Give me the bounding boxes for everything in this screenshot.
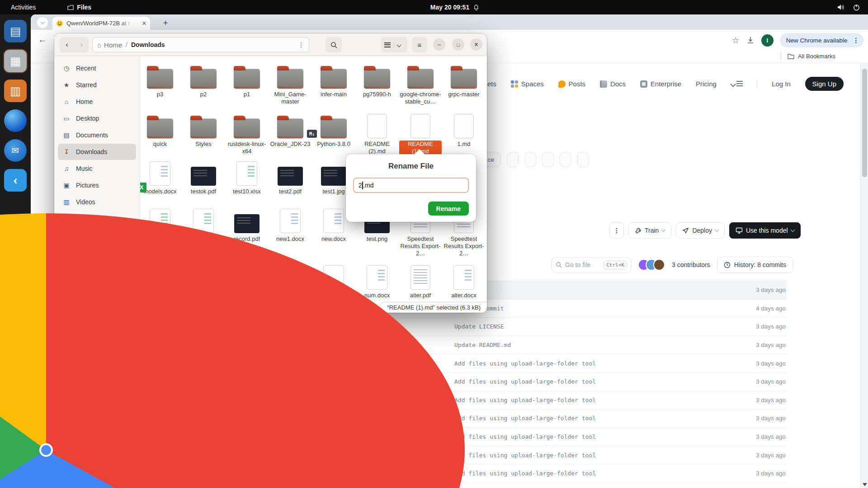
sidebar-item[interactable]: ▤ Documents — [58, 127, 136, 143]
file-grid-item[interactable]: testok.pdf — [182, 160, 225, 195]
new-chrome-available-button[interactable]: New Chrome available — [780, 33, 863, 47]
train-button[interactable]: Train — [628, 222, 671, 239]
sidebar-item[interactable]: ⌂ Home — [58, 94, 136, 110]
dock-icon[interactable]: ▤ — [4, 20, 27, 42]
path-menu-icon[interactable] — [298, 41, 304, 48]
rename-input[interactable]: 2.md — [353, 178, 469, 193]
search-button[interactable] — [326, 37, 342, 52]
login-link[interactable]: Log In — [772, 80, 791, 88]
download-icon[interactable] — [746, 36, 755, 45]
dock-icon[interactable]: ✉ — [4, 139, 27, 162]
file-grid-item[interactable]: test2.pdf — [269, 160, 312, 195]
tab-search-button[interactable] — [37, 17, 48, 28]
file-grid-item[interactable]: grpc-master — [442, 63, 486, 105]
file-grid-item[interactable]: W alter.docx — [442, 264, 486, 306]
file-grid-item[interactable]: Styles — [182, 113, 225, 155]
file-grid-item[interactable]: M↓ 1.md — [442, 113, 486, 155]
hf-nav-item[interactable]: Enterprise — [640, 80, 681, 88]
tag-pill[interactable] — [560, 152, 571, 167]
file-grid-item[interactable]: M↓ README (1).md — [399, 113, 442, 155]
scrollbar-thumb[interactable] — [862, 69, 867, 177]
activities-button[interactable]: Activities — [11, 4, 36, 11]
speaker-icon[interactable] — [837, 4, 845, 10]
file-grid-item[interactable]: p3 — [140, 63, 182, 105]
sidebar-item[interactable]: ★ Starred — [58, 77, 136, 93]
commit-message[interactable]: Update LICENSE — [454, 323, 708, 330]
file-grid-item[interactable]: M↓ README (2).md — [355, 113, 399, 155]
clock[interactable]: May 20 09:51 — [430, 4, 479, 11]
sidebar-item[interactable]: ▭ Desktop — [58, 110, 136, 127]
window-maximize-button[interactable] — [452, 38, 464, 51]
hf-nav-item[interactable]: Posts — [558, 80, 586, 88]
all-bookmarks-button[interactable]: All Bookmarks — [781, 52, 835, 60]
sidebar-item[interactable]: ◷ Recent — [58, 60, 136, 76]
file-grid-item[interactable]: rustdesk-linux-x64 — [225, 113, 269, 155]
file-grid-item[interactable]: quick — [140, 113, 182, 155]
tag-pill[interactable] — [577, 152, 589, 167]
file-grid-item[interactable]: Mini_Game-master — [269, 63, 312, 105]
tag-pill[interactable] — [542, 152, 554, 167]
file-grid-item[interactable]: p2 — [182, 63, 225, 105]
hf-nav-item[interactable]: Pricing — [696, 80, 717, 88]
file-grid-item[interactable]: W new1.docx — [269, 208, 312, 257]
current-folder-breadcrumb[interactable]: Downloads — [131, 41, 165, 48]
file-grid-item[interactable]: Python-3.8.0 — [312, 113, 355, 155]
signup-button[interactable]: Sign Up — [805, 77, 844, 91]
history-button[interactable]: History: 8 commits — [717, 257, 793, 273]
dock-icon[interactable] — [4, 109, 27, 132]
window-close-button[interactable] — [470, 38, 482, 51]
file-grid-item[interactable]: google-chrome-stable_cu… — [399, 63, 442, 105]
chevron-down-icon[interactable] — [397, 42, 401, 47]
rename-button[interactable]: Rename — [428, 202, 469, 216]
sidebar-item[interactable]: ▥ Videos — [58, 194, 136, 210]
file-grid-item[interactable]: X test10.xlsx — [225, 160, 269, 195]
nav-more-icon[interactable] — [731, 80, 743, 88]
window-minimize-button[interactable] — [433, 38, 445, 51]
scrollbar[interactable] — [860, 63, 868, 488]
sidebar-item[interactable]: ▣ Pictures — [58, 177, 136, 193]
hf-nav-item[interactable]: Docs — [600, 80, 626, 88]
sidebar-item[interactable]: ↧ Downloads — [58, 144, 136, 160]
commit-message[interactable]: Update README.md — [454, 342, 708, 348]
contributors-count[interactable]: 3 contributors — [672, 261, 710, 268]
list-view-icon[interactable] — [381, 42, 394, 47]
sidebar-item[interactable]: ♫ Music — [58, 160, 136, 177]
nav-forward-button[interactable] — [74, 37, 89, 52]
dock-icon[interactable]: ▦ — [4, 50, 27, 72]
profile-avatar[interactable]: I — [761, 34, 774, 47]
hf-nav-item[interactable]: Spaces — [511, 80, 544, 88]
power-icon[interactable] — [853, 4, 860, 11]
commit-message[interactable]: Add files using upload-large-folder tool — [454, 360, 708, 367]
back-icon[interactable] — [38, 34, 47, 45]
file-grid-item[interactable]: alter.pdf — [399, 264, 442, 306]
commit-message[interactable]: Add files using upload-large-folder tool — [454, 378, 708, 385]
tag-pill[interactable] — [507, 152, 519, 167]
commit-message[interactable]: Add files using upload-large-folder tool — [454, 397, 708, 404]
go-to-file-input[interactable]: Go to file Ctrl+K — [552, 257, 631, 272]
commit-message[interactable]: initial commit — [454, 305, 708, 312]
path-bar[interactable]: Home / Downloads — [92, 37, 309, 52]
contributor-avatars[interactable] — [638, 259, 665, 271]
file-grid-item[interactable]: infer-main — [312, 63, 355, 105]
nav-back-button[interactable] — [60, 37, 74, 52]
dock-icon[interactable]: ‹ — [4, 169, 27, 192]
view-toggle-button[interactable] — [381, 37, 407, 52]
hamburger-menu-button[interactable] — [412, 37, 427, 52]
commit-message[interactable]: Add files using upload-large-folder tool — [454, 433, 708, 440]
commit-message[interactable]: Add files using upload-large-folder tool — [454, 470, 708, 477]
tag-pill[interactable] — [524, 152, 536, 167]
file-grid-item[interactable]: p1 — [225, 63, 269, 105]
bookmark-star-icon[interactable] — [732, 35, 740, 46]
more-actions-button[interactable] — [609, 222, 624, 239]
file-grid-item[interactable]: pg75990-h — [355, 63, 399, 105]
commit-message[interactable]: Add files using upload-large-folder tool — [454, 452, 708, 459]
browser-menu-icon[interactable] — [851, 37, 861, 44]
home-breadcrumb[interactable]: Home — [97, 41, 122, 49]
deploy-button[interactable]: Deploy — [676, 222, 725, 239]
dock-icon[interactable]: ▥ — [4, 80, 27, 102]
new-tab-button[interactable] — [160, 18, 171, 28]
commit-message[interactable]: Add files using upload-large-folder tool — [454, 415, 708, 422]
app-menu[interactable]: Files — [67, 4, 91, 11]
hf-nav-fragment[interactable]: ets — [487, 80, 496, 88]
use-this-model-button[interactable]: Use this model — [729, 222, 801, 239]
